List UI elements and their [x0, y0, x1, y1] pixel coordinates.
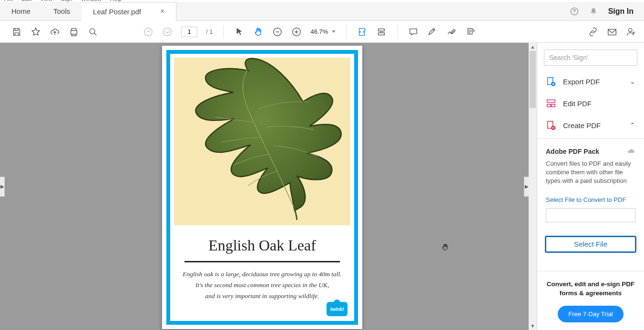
tool-create-label: Create PDF — [563, 121, 601, 130]
tool-edit-pdf[interactable]: Edit PDF — [537, 92, 644, 114]
svg-point-1 — [574, 13, 575, 14]
comment-icon[interactable] — [408, 27, 419, 37]
svg-rect-16 — [547, 104, 551, 107]
tool-edit-label: Edit PDF — [563, 100, 592, 108]
pointer-icon[interactable] — [234, 27, 245, 37]
pdf-page: English Oak Leaf English oak is a large,… — [162, 46, 362, 329]
menu-edit[interactable]: Edit — [21, 0, 31, 2]
svg-point-3 — [144, 28, 153, 36]
menu-sign[interactable]: Sign — [61, 0, 72, 2]
tabs-row: Home Tools Leaf Poster.pdf × Sign In — [0, 2, 644, 21]
left-pane-toggle[interactable]: ▶ — [0, 177, 5, 197]
tab-document-label: Leaf Poster.pdf — [93, 8, 141, 16]
page-total: / 1 — [206, 28, 213, 35]
bell-icon[interactable] — [589, 7, 598, 16]
pack-file-input[interactable] — [546, 208, 635, 222]
highlight-icon[interactable] — [427, 27, 438, 37]
zoom-dropdown[interactable]: 46.7% — [310, 28, 336, 35]
tab-home[interactable]: Home — [0, 2, 42, 20]
twinkl-badge: twinkl — [327, 302, 348, 316]
zoom-out-icon[interactable] — [272, 27, 283, 37]
leaf-illustration — [174, 58, 350, 225]
page-number-input[interactable] — [181, 27, 197, 37]
svg-rect-11 — [608, 29, 616, 35]
create-pdf-icon — [546, 120, 556, 130]
poster-line-3: and is very important in supporting wild… — [180, 291, 345, 302]
pack-description: Convert files to PDF and easily combine … — [546, 160, 635, 186]
print-icon[interactable] — [69, 27, 79, 37]
main-area: ▶ ▶ — [0, 43, 644, 330]
page-up-icon[interactable] — [143, 27, 153, 37]
poster-body: English oak is a large, deciduous tree g… — [174, 269, 350, 302]
find-icon[interactable] — [88, 27, 98, 37]
tab-document[interactable]: Leaf Poster.pdf × — [82, 2, 176, 20]
close-tab-icon[interactable]: × — [160, 7, 164, 16]
scroll-up-icon[interactable]: ▲ — [529, 43, 537, 51]
hand-tool-icon[interactable] — [253, 27, 264, 37]
svg-point-2 — [90, 29, 95, 34]
select-file-button[interactable]: Select File — [545, 236, 636, 253]
star-icon[interactable] — [31, 27, 41, 37]
sign-icon[interactable] — [446, 27, 457, 37]
fit-width-icon[interactable] — [357, 27, 368, 37]
free-trial-button[interactable]: Free 7-Day Trial — [558, 306, 623, 322]
edit-pdf-icon — [546, 98, 556, 109]
svg-point-12 — [629, 28, 632, 31]
poster-line-1: English oak is a large, deciduous tree g… — [180, 269, 345, 280]
email-icon[interactable] — [607, 27, 617, 37]
share-link-icon[interactable] — [588, 27, 598, 37]
menu-file[interactable]: File — [4, 0, 13, 2]
pack-title: Adobe PDF Pack — [546, 148, 599, 155]
pdf-pack-section: Adobe PDF Pack Convert files to PDF and … — [537, 140, 644, 226]
pack-select-link[interactable]: Select File to Convert to PDF — [546, 196, 635, 203]
chevron-down-icon: ⌄ — [630, 78, 635, 85]
promo-text: Convert, edit and e-sign PDF forms & agr… — [546, 280, 635, 298]
poster-title: English Oak Leaf — [174, 237, 350, 254]
scroll-down-icon[interactable]: ▼ — [529, 322, 537, 330]
tool-create-pdf[interactable]: Create PDF ⌃ — [537, 114, 644, 136]
document-viewport[interactable]: ▶ ▶ — [0, 43, 537, 330]
zoom-value: 46.7% — [310, 28, 328, 35]
zoom-in-icon[interactable] — [291, 27, 302, 37]
export-pdf-icon — [546, 76, 556, 87]
help-icon[interactable] — [570, 7, 579, 16]
poster-divider — [184, 261, 340, 262]
chevron-up-icon: ⌃ — [630, 121, 635, 129]
right-pane-toggle[interactable]: ▶ — [524, 177, 529, 197]
svg-rect-8 — [378, 29, 385, 31]
caret-down-icon — [332, 30, 336, 33]
poster-line-2: It's the second most common tree species… — [180, 280, 345, 291]
promo-section: Convert, edit and e-sign PDF forms & agr… — [537, 271, 644, 330]
cloud-upload-icon[interactable] — [50, 27, 60, 37]
tools-search-input[interactable] — [544, 50, 637, 66]
save-icon[interactable] — [11, 27, 22, 37]
scroll-thumb[interactable] — [530, 51, 536, 108]
svg-point-4 — [164, 28, 172, 36]
tab-tools[interactable]: Tools — [42, 2, 82, 20]
share-people-icon[interactable] — [626, 27, 636, 37]
page-down-icon[interactable] — [162, 27, 173, 37]
side-panel: Export PDF ⌄ Edit PDF Create PDF ⌃ Adobe… — [537, 43, 644, 330]
stamp-icon[interactable] — [465, 27, 476, 37]
cloud-icon — [627, 147, 635, 156]
toolbar: / 1 46.7% — [0, 21, 644, 43]
svg-rect-17 — [552, 104, 555, 107]
tool-export-pdf[interactable]: Export PDF ⌄ — [537, 70, 644, 92]
vertical-scrollbar[interactable]: ▲ ▼ — [529, 43, 537, 330]
svg-rect-9 — [378, 32, 385, 35]
sign-in-link[interactable]: Sign In — [608, 7, 634, 16]
svg-rect-15 — [547, 100, 555, 103]
oak-leaf-icon — [174, 58, 350, 221]
hand-cursor-icon — [441, 243, 450, 251]
tool-export-label: Export PDF — [563, 78, 600, 86]
menu-view[interactable]: View — [40, 0, 52, 2]
page-view-icon[interactable] — [376, 27, 387, 37]
